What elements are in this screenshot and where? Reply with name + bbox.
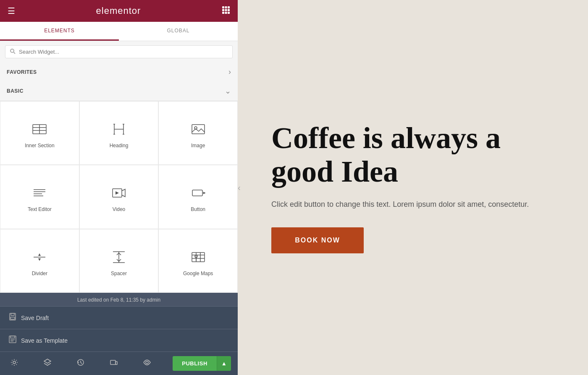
widget-grid: Inner Section Heading xyxy=(0,101,238,293)
svg-rect-2 xyxy=(228,6,230,8)
canvas-heading: Coffee is always a good Idea xyxy=(271,122,554,188)
tab-elements[interactable]: ELEMENTS xyxy=(0,22,119,41)
search-input[interactable] xyxy=(19,49,228,55)
video-icon xyxy=(110,184,128,202)
search-box xyxy=(0,41,238,62)
widget-heading-label: Heading xyxy=(110,143,129,148)
history-icon[interactable] xyxy=(73,355,88,372)
widget-video-label: Video xyxy=(113,206,125,212)
main-canvas: ‹ Coffee is always a good Idea Click edi… xyxy=(238,0,588,375)
svg-rect-48 xyxy=(10,317,15,319)
favorites-label: FAVORITES xyxy=(7,69,37,75)
search-input-wrapper xyxy=(5,45,233,58)
sidebar: ☰ elementor ELEMENTS GLOBAL xyxy=(0,0,238,375)
svg-rect-4 xyxy=(225,9,227,11)
svg-rect-47 xyxy=(11,313,14,315)
sidebar-header: ☰ elementor xyxy=(0,0,238,22)
last-edited-text: Last edited on Feb 8, 11:35 by admin xyxy=(0,293,238,306)
svg-point-58 xyxy=(146,361,148,364)
button-icon xyxy=(189,184,207,202)
svg-rect-1 xyxy=(225,6,227,8)
logo-text: elementor xyxy=(96,5,141,16)
save-draft-label: Save Draft xyxy=(21,315,49,321)
widget-inner-section-label: Inner Section xyxy=(25,143,55,148)
svg-rect-40 xyxy=(192,253,205,262)
heading-icon xyxy=(110,120,128,138)
settings-icon[interactable] xyxy=(7,355,22,372)
canvas-subtext: Click edit button to change this text. L… xyxy=(271,198,554,211)
svg-rect-32 xyxy=(192,190,202,196)
widget-video[interactable]: Video xyxy=(79,165,159,229)
responsive-icon[interactable] xyxy=(106,355,121,372)
book-now-button[interactable]: BOOK NOW xyxy=(271,227,364,253)
widget-divider-label: Divider xyxy=(32,271,47,276)
footer-actions: PUBLISH ▲ xyxy=(0,352,238,375)
svg-marker-35 xyxy=(38,253,41,256)
google-maps-icon xyxy=(189,248,207,266)
save-template-label: Save as Template xyxy=(21,337,68,344)
save-draft-button[interactable]: Save Draft xyxy=(0,306,238,329)
svg-line-10 xyxy=(14,52,16,54)
tab-global[interactable]: GLOBAL xyxy=(119,22,238,41)
svg-marker-31 xyxy=(116,191,119,195)
publish-dropdown-button[interactable]: ▲ xyxy=(217,356,231,371)
svg-marker-54 xyxy=(44,359,51,363)
canvas-toggle-arrow[interactable]: ‹ xyxy=(238,183,241,193)
publish-button[interactable]: PUBLISH xyxy=(173,356,217,371)
widget-text-editor-label: Text Editor xyxy=(28,206,52,212)
grid-icon[interactable] xyxy=(222,6,230,16)
divider-icon xyxy=(30,248,49,266)
widget-google-maps-label: Google Maps xyxy=(183,271,213,276)
widget-image-label: Image xyxy=(191,143,205,148)
svg-rect-57 xyxy=(116,362,117,365)
widget-heading[interactable]: Heading xyxy=(79,101,159,165)
favorites-chevron-icon: › xyxy=(228,68,231,76)
favorites-row[interactable]: FAVORITES › xyxy=(0,62,238,81)
basic-chevron-icon: ⌄ xyxy=(225,86,231,96)
svg-marker-36 xyxy=(38,258,41,261)
save-template-button[interactable]: Save as Template xyxy=(0,329,238,352)
save-template-icon xyxy=(8,335,17,346)
basic-section-header[interactable]: BASIC ⌄ xyxy=(0,81,238,101)
basic-label: BASIC xyxy=(7,88,24,94)
publish-area: PUBLISH ▲ xyxy=(173,356,231,371)
svg-rect-50 xyxy=(10,336,15,338)
svg-rect-56 xyxy=(110,360,116,365)
tabs-bar: ELEMENTS GLOBAL xyxy=(0,22,238,41)
bottom-bar: Last edited on Feb 8, 11:35 by admin Sav… xyxy=(0,293,238,375)
widget-text-editor[interactable]: Text Editor xyxy=(0,165,79,229)
inner-section-icon xyxy=(30,120,49,138)
svg-rect-24 xyxy=(192,125,205,134)
save-draft-icon xyxy=(8,312,17,323)
svg-rect-7 xyxy=(225,12,227,14)
svg-rect-3 xyxy=(222,9,224,11)
svg-point-9 xyxy=(10,49,14,52)
widget-inner-section[interactable]: Inner Section xyxy=(0,101,79,165)
spacer-icon xyxy=(110,248,128,266)
widget-spacer-label: Spacer xyxy=(111,271,127,276)
layers-icon[interactable] xyxy=(40,355,55,372)
svg-rect-8 xyxy=(228,12,230,14)
image-icon xyxy=(189,120,207,138)
preview-icon[interactable] xyxy=(139,355,155,372)
widget-button[interactable]: Button xyxy=(158,165,238,229)
widget-divider[interactable]: Divider xyxy=(0,229,79,293)
text-editor-icon xyxy=(30,184,49,202)
svg-rect-0 xyxy=(222,6,224,8)
search-icon xyxy=(10,48,16,55)
widget-image[interactable]: Image xyxy=(158,101,238,165)
widget-google-maps[interactable]: Google Maps xyxy=(158,229,238,293)
widget-spacer[interactable]: Spacer xyxy=(79,229,159,293)
svg-rect-6 xyxy=(222,12,224,14)
svg-rect-5 xyxy=(228,9,230,11)
widget-button-label: Button xyxy=(191,206,205,212)
hamburger-icon[interactable]: ☰ xyxy=(8,6,15,16)
svg-point-53 xyxy=(13,361,16,364)
